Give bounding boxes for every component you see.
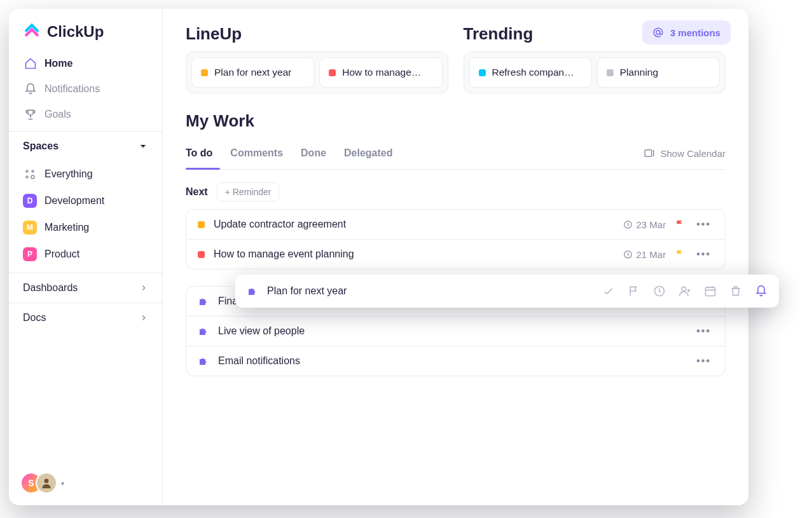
trending-card-text: Refresh compan… [492,67,574,78]
svg-rect-11 [706,287,715,296]
lineup-card[interactable]: How to manage… [319,57,442,88]
chevron-down-icon [138,141,148,151]
task-name: Email notifications [218,355,685,367]
popover-title: Plan for next year [267,285,593,297]
puzzle-icon [247,285,258,297]
mentions-label: 3 mentions [670,27,720,38]
status-dot [329,69,336,76]
nav-home-label: Home [45,58,72,69]
sidebar-docs[interactable]: Docs [9,303,162,332]
trending-card[interactable]: Planning [597,57,720,88]
at-icon [652,27,664,38]
next-header: Next + Reminder [186,182,726,201]
lineup-card-text: Plan for next year [214,67,291,78]
task-date: 23 Mar [623,219,666,230]
add-reminder-button[interactable]: + Reminder [217,182,280,201]
mywork-tabs: To do Comments Done Delegated Show Calen… [186,140,726,170]
app-window: ClickUp Home Notifications Goals Spaces [9,9,748,505]
trending-card-text: Planning [620,67,658,78]
space-product[interactable]: P Product [17,241,155,268]
status-dot [607,69,614,76]
next-label: Next [186,186,208,198]
space-badge: D [23,194,37,208]
nav-goals[interactable]: Goals [15,102,156,127]
bell-icon[interactable] [755,285,767,297]
tab-delegated[interactable]: Delegated [344,140,392,169]
trash-icon[interactable] [729,285,742,297]
status-dot [201,69,208,76]
svg-point-1 [32,170,34,172]
clock-icon [623,250,633,259]
person-icon [40,477,53,489]
puzzle-icon [198,296,209,307]
svg-rect-6 [645,150,652,157]
grid-icon [23,167,37,181]
task-popover: Plan for next year [235,275,779,308]
status-dot [198,221,205,228]
tab-todo[interactable]: To do [186,140,212,169]
chevron-right-icon [139,313,148,322]
tab-comments[interactable]: Comments [230,140,283,169]
svg-point-0 [26,170,28,172]
mentions-button[interactable]: 3 mentions [642,20,731,44]
task-row[interactable]: Update contractor agreement 23 Mar ••• [186,210,725,240]
lineup-section: LineUp Plan for next year How to manage… [186,24,448,93]
brand: ClickUp [9,9,162,47]
space-development[interactable]: D Development [17,187,155,214]
task-row[interactable]: How to manage event planning 21 Mar ••• [186,240,725,269]
check-icon[interactable] [602,285,615,297]
sidebar: ClickUp Home Notifications Goals Spaces [9,9,163,505]
clickup-logo-icon [23,23,41,41]
nav-notifications-label: Notifications [45,83,100,95]
space-badge: P [23,247,37,261]
spaces-header[interactable]: Spaces [9,131,162,161]
calendar-panel-icon [643,147,655,159]
chevron-down-icon: ▾ [61,480,64,487]
task-row[interactable]: Email notifications ••• [186,346,725,376]
space-everything[interactable]: Everything [17,161,155,187]
clock-icon[interactable] [653,285,666,297]
tab-done[interactable]: Done [301,140,326,169]
home-icon [24,57,37,70]
space-label: Marketing [45,222,89,233]
avatar-photo [36,472,57,494]
lineup-tray: Plan for next year How to manage… [186,51,448,93]
bell-icon [24,83,37,95]
clock-icon [623,220,633,229]
more-icon[interactable]: ••• [694,325,713,337]
trending-tray: Refresh compan… Planning [464,51,726,93]
brand-name: ClickUp [47,23,104,41]
svg-point-10 [682,287,686,291]
space-everything-label: Everything [45,168,93,180]
task-name: How to manage event planning [214,249,614,260]
task-name: Live view of people [218,325,685,337]
flag-icon[interactable] [675,249,685,259]
trending-card[interactable]: Refresh compan… [469,57,592,88]
svg-point-4 [45,479,49,483]
svg-point-5 [656,31,660,34]
flag-icon[interactable] [675,219,685,229]
spaces-header-label: Spaces [23,140,58,152]
more-icon[interactable]: ••• [694,219,713,230]
task-name: Update contractor agreement [214,219,614,230]
space-badge: M [23,221,37,235]
puzzle-icon [198,325,209,337]
task-list-upper: Update contractor agreement 23 Mar ••• H… [186,209,726,269]
calendar-icon[interactable] [704,285,717,297]
lineup-card[interactable]: Plan for next year [191,57,314,88]
svg-rect-3 [31,175,34,179]
flag-icon[interactable] [628,285,640,297]
space-marketing[interactable]: M Marketing [17,214,155,241]
show-calendar-button[interactable]: Show Calendar [643,140,726,169]
user-avatars[interactable]: S ▾ [20,472,64,494]
sidebar-dashboards[interactable]: Dashboards [9,273,162,303]
space-label: Product [45,249,79,260]
more-icon[interactable]: ••• [694,355,713,367]
task-row[interactable]: Live view of people ••• [186,317,725,346]
assign-icon[interactable] [678,285,691,297]
nav-notifications[interactable]: Notifications [15,76,156,102]
nav-home[interactable]: Home [15,51,156,76]
mywork-title: My Work [186,111,726,131]
more-icon[interactable]: ••• [694,249,713,260]
task-date: 21 Mar [623,249,666,260]
